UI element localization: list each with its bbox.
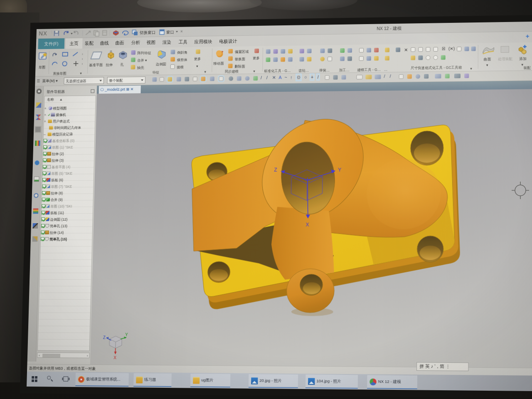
svg-text:X: X — [113, 355, 116, 360]
svg-text:Y: Y — [338, 167, 341, 172]
svg-text:Z: Z — [274, 167, 277, 172]
svg-text:窗口: 窗口 — [166, 30, 175, 34]
svg-text:Y: Y — [125, 332, 128, 337]
svg-text:Z: Z — [103, 335, 106, 340]
svg-text:X: X — [306, 222, 310, 227]
svg-text:切换窗口: 切换窗口 — [140, 30, 156, 35]
